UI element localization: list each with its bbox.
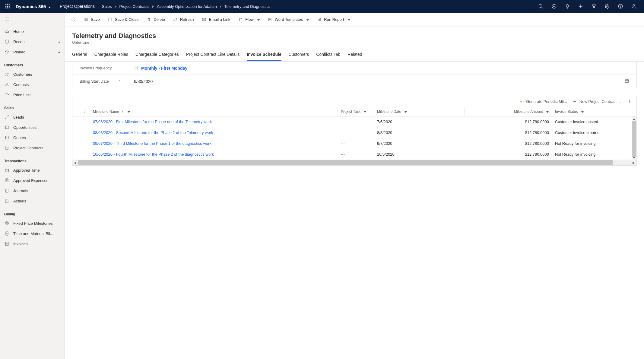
assistant-icon[interactable]: [549, 0, 560, 13]
sidebar-item-project-contracts[interactable]: Project Contracts: [0, 143, 65, 153]
word-templates-button[interactable]: Word Templates: [264, 15, 312, 24]
run-report-button[interactable]: Run Report: [313, 15, 354, 24]
cell-milestone-name[interactable]: 09/07/2020 - Third Milestone for the Pha…: [90, 138, 338, 149]
vertical-scrollbar[interactable]: ▲ ▼: [632, 116, 636, 160]
sidebar-item-actuals[interactable]: Actuals: [0, 196, 65, 206]
table-row[interactable]: 07/06/2020 - First Milestone for the Pha…: [72, 116, 636, 127]
tab-related[interactable]: Related: [347, 50, 362, 61]
sidebar-item-label: Home: [13, 29, 60, 34]
column-milestone-date[interactable]: Milestone Date: [374, 107, 465, 116]
row-checkbox[interactable]: [72, 151, 90, 157]
sidebar-item-leads[interactable]: Leads: [0, 112, 65, 122]
table-row[interactable]: 10/05/2020 - Fourth Milestone for the Ph…: [72, 149, 636, 160]
grid-section: Generate Periodic Mil... New Project Con…: [72, 96, 637, 166]
doc-icon: [4, 198, 10, 204]
cell-milestone-name[interactable]: 07/06/2020 - First Milestone for the Pha…: [90, 116, 338, 127]
sidebar-item-recent[interactable]: Recent: [0, 37, 65, 47]
generate-periodic-button[interactable]: Generate Periodic Mil...: [519, 99, 567, 104]
cell-milestone-name[interactable]: 10/05/2020 - Fourth Milestone for the Ph…: [90, 149, 338, 160]
row-checkbox[interactable]: [72, 141, 90, 147]
row-checkbox[interactable]: [72, 119, 90, 125]
sidebar-item-invoices[interactable]: Invoices: [0, 239, 65, 249]
horizontal-scrollbar[interactable]: ◀ ▶: [72, 160, 636, 165]
column-invoice-status[interactable]: Invoice Status: [552, 107, 636, 116]
column-project-task[interactable]: Project Task: [338, 107, 374, 116]
breadcrumb-item[interactable]: Sales: [101, 4, 113, 9]
breadcrumb-item[interactable]: Assembly Optimization for Adatum: [156, 4, 218, 9]
brand-dropdown[interactable]: Dynamics 365: [13, 4, 54, 9]
gear-icon[interactable]: [602, 0, 613, 13]
calendar-icon[interactable]: [624, 78, 629, 84]
sidebar-item-label: Fixed Price Milestones: [13, 221, 60, 226]
sidebar-item-label: Price Lists: [13, 93, 60, 97]
field-value-date[interactable]: 6/30/2020: [134, 78, 629, 84]
user-icon[interactable]: [628, 0, 639, 13]
sidebar-item-fixed-price-milestones[interactable]: Fixed Price Milestones: [0, 218, 65, 228]
svg-rect-28: [5, 126, 8, 129]
tab-chargeable-categories[interactable]: Chargeable Categories: [135, 50, 179, 61]
svg-rect-1: [7, 4, 8, 5]
sidebar-item-customers[interactable]: Customers: [0, 69, 65, 79]
command-bar: Save Save & Close Delete Refresh Email a…: [65, 13, 644, 27]
sidebar-item-contacts[interactable]: Contacts: [0, 79, 65, 90]
sidebar-item-quotes[interactable]: Quotes: [0, 132, 65, 143]
row-checkbox[interactable]: [72, 130, 90, 136]
tab-customers[interactable]: Customers: [289, 50, 309, 61]
tab-invoice-schedule[interactable]: Invoice Schedule: [247, 50, 281, 61]
app-launcher-icon[interactable]: [2, 4, 13, 9]
breadcrumb-item[interactable]: Project Contracts: [118, 4, 151, 9]
add-icon[interactable]: [575, 0, 586, 13]
new-project-contract-button[interactable]: New Project Contract ...: [573, 99, 621, 104]
sidebar-group-title: Sales: [0, 100, 65, 112]
tab-chargeable-roles[interactable]: Chargeable Roles: [94, 50, 128, 61]
sidebar-item-approved-time[interactable]: Approved Time: [0, 165, 65, 175]
tab-general[interactable]: General: [72, 50, 87, 61]
grid-toolbar: Generate Periodic Mil... New Project Con…: [72, 96, 636, 107]
back-button[interactable]: [67, 15, 79, 24]
svg-point-67: [629, 101, 630, 102]
bulb-icon[interactable]: [562, 0, 573, 13]
sidebar-item-journals[interactable]: Journals: [0, 186, 65, 196]
svg-point-22: [6, 73, 7, 74]
sidebar-item-opportunities[interactable]: Opportunities: [0, 122, 65, 132]
person-icon: [4, 82, 10, 87]
svg-point-25: [6, 94, 6, 94]
sidebar-item-price-lists[interactable]: Price Lists: [0, 90, 65, 100]
home-icon: [4, 29, 10, 34]
delete-button[interactable]: Delete: [143, 15, 169, 24]
svg-rect-57: [135, 66, 138, 69]
sidebar-item-home[interactable]: Home: [0, 26, 65, 37]
table-row[interactable]: 09/07/2020 - Third Milestone for the Pha…: [72, 138, 636, 149]
sidebar-item-approved-expenses[interactable]: Approved Expenses: [0, 175, 65, 186]
cell-milestone-amount: $12,780.0000: [465, 149, 552, 160]
flow-button[interactable]: Flow: [234, 15, 263, 24]
table-row[interactable]: 08/03/2020 - Second Milestone for the Ph…: [72, 127, 636, 138]
breadcrumb-item[interactable]: Telemetry and Diagnostics: [223, 4, 271, 9]
hamburger-icon[interactable]: [0, 14, 65, 26]
tab-conflicts-tab[interactable]: Conflicts Tab: [316, 50, 340, 61]
help-icon[interactable]: [615, 0, 626, 13]
cell-milestone-amount: $12,780.0000: [465, 116, 552, 127]
sidebar-item-time-and-material-bil-[interactable]: Time and Material Bil...: [0, 228, 65, 239]
filter-icon[interactable]: [588, 0, 599, 13]
cell-milestone-date: 7/6/2020: [374, 116, 465, 127]
people-icon: [4, 71, 10, 77]
save-button[interactable]: Save: [80, 15, 103, 24]
column-milestone-name[interactable]: Milestone Name: [90, 107, 338, 116]
sidebar-item-label: Customers: [13, 72, 60, 77]
cell-project-task: ---: [338, 138, 374, 149]
column-select-all[interactable]: ✓: [72, 107, 90, 116]
more-commands-button[interactable]: [626, 99, 632, 104]
sidebar-item-pinned[interactable]: Pinned: [0, 47, 65, 57]
save-close-button[interactable]: Save & Close: [104, 15, 142, 24]
chevron-down-icon: [58, 50, 60, 54]
field-value-link[interactable]: Monthly - First Monday: [134, 65, 629, 71]
cell-milestone-name[interactable]: 08/03/2020 - Second Milestone for the Ph…: [90, 127, 338, 138]
column-milestone-amount[interactable]: Milestone Amount: [465, 107, 552, 116]
tab-project-contract-line-details[interactable]: Project Contract Line Details: [186, 50, 240, 61]
cell-project-task: ---: [338, 127, 374, 138]
email-link-button[interactable]: Email a Link: [198, 15, 234, 24]
refresh-button[interactable]: Refresh: [169, 15, 198, 24]
search-icon[interactable]: [535, 0, 546, 13]
doc-icon: [4, 231, 10, 236]
